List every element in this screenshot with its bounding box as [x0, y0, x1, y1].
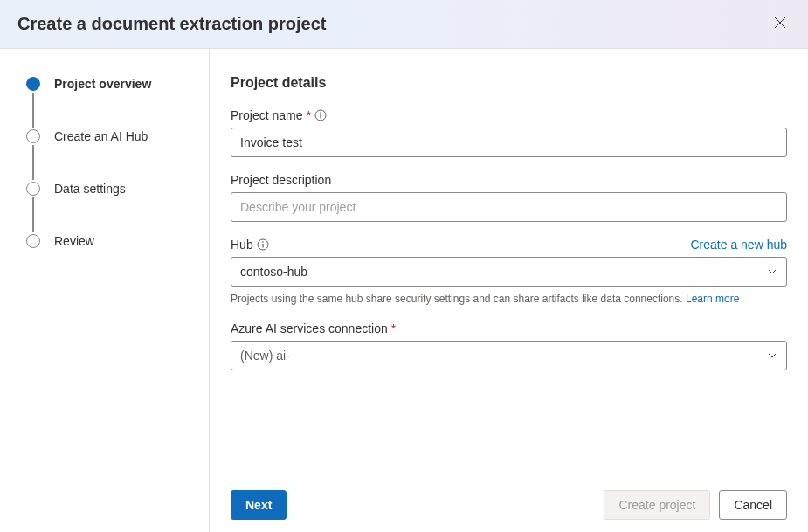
wizard-step-data-settings[interactable]: Data settings	[26, 180, 191, 232]
project-name-label: Project name *	[231, 108, 787, 122]
ai-connection-group: Azure AI services connection * (New) ai-	[231, 321, 787, 370]
step-label: Review	[54, 232, 94, 250]
ai-connection-select-value: (New) ai-	[240, 349, 290, 363]
hub-select[interactable]: contoso-hub	[231, 257, 787, 287]
svg-rect-5	[262, 244, 263, 248]
dialog-header: Create a document extraction project	[0, 0, 808, 49]
info-icon[interactable]	[314, 109, 327, 121]
close-button[interactable]	[770, 12, 791, 36]
svg-point-4	[262, 241, 264, 243]
wizard-steps-sidebar: Project overview Create an AI Hub Data s…	[0, 49, 210, 532]
step-connector	[32, 145, 34, 180]
step-connector	[32, 93, 34, 128]
cancel-button[interactable]: Cancel	[719, 490, 787, 520]
hub-label: Hub	[231, 238, 269, 252]
project-description-label: Project description	[231, 173, 787, 187]
main-panel: Project details Project name * Project d…	[210, 49, 808, 532]
create-new-hub-link[interactable]: Create a new hub	[690, 238, 787, 252]
step-indicator-icon	[26, 77, 40, 91]
project-description-input[interactable]	[231, 192, 787, 222]
step-label: Create an AI Hub	[54, 128, 148, 145]
wizard-step-review[interactable]: Review	[26, 232, 191, 250]
step-indicator-icon	[26, 234, 40, 248]
required-asterisk: *	[391, 321, 396, 335]
chevron-down-icon	[767, 266, 777, 277]
step-label: Data settings	[54, 180, 126, 197]
step-label: Project overview	[54, 75, 151, 93]
info-icon[interactable]	[257, 238, 269, 251]
next-button[interactable]: Next	[231, 490, 287, 520]
dialog-title: Create a document extraction project	[17, 14, 326, 34]
project-name-input[interactable]	[231, 128, 787, 157]
dialog-body: Project overview Create an AI Hub Data s…	[0, 49, 808, 532]
create-project-button: Create project	[604, 490, 710, 520]
ai-connection-label: Azure AI services connection *	[231, 321, 787, 335]
ai-connection-select[interactable]: (New) ai-	[231, 341, 787, 370]
section-title: Project details	[231, 75, 787, 91]
learn-more-link[interactable]: Learn more	[686, 293, 739, 305]
chevron-down-icon	[767, 350, 777, 361]
wizard-step-project-overview[interactable]: Project overview	[26, 75, 191, 128]
wizard-step-create-ai-hub[interactable]: Create an AI Hub	[26, 128, 191, 180]
svg-point-1	[320, 112, 321, 114]
hub-helper-text: Projects using the same hub share securi…	[231, 292, 787, 306]
hub-select-value: contoso-hub	[240, 265, 307, 279]
required-asterisk: *	[306, 108, 310, 122]
dialog-footer: Next Create project Cancel	[231, 478, 787, 520]
project-description-group: Project description	[231, 173, 787, 222]
hub-group: Hub Create a new hub contoso-hub Project…	[231, 238, 787, 306]
step-connector	[32, 197, 34, 232]
svg-rect-2	[320, 114, 321, 119]
project-name-group: Project name *	[231, 108, 787, 157]
step-indicator-icon	[26, 182, 40, 196]
step-indicator-icon	[26, 129, 40, 143]
close-icon	[773, 16, 787, 32]
